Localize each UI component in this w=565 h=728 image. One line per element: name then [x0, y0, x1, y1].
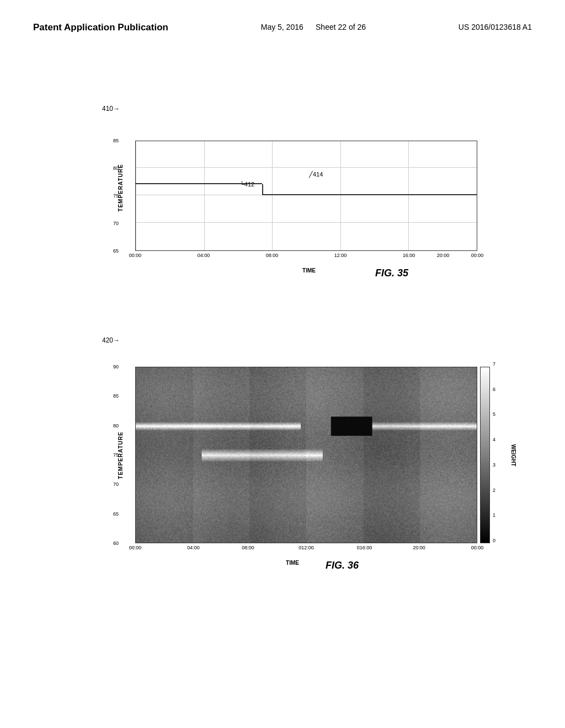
- grid-v-1: [204, 141, 205, 250]
- diagram-number-410: 410→: [102, 105, 120, 113]
- y-tick36-60: 60: [113, 540, 119, 546]
- cb-tick-6: 6: [493, 387, 495, 392]
- label-414: ╱414: [309, 171, 323, 178]
- fig35-container: 410→ CURRENT SETPOINT SCHEDULE FOR UPCOM…: [72, 110, 491, 292]
- x-axis-label-36: TIME: [286, 560, 299, 566]
- grid-h-80: [136, 167, 477, 168]
- sheet-label: Sheet 22 of 26: [316, 23, 366, 31]
- grid-v-5: [477, 141, 477, 250]
- y-tick36-85: 85: [113, 393, 119, 399]
- cb-tick-3: 3: [493, 462, 495, 468]
- cb-tick-0: 0: [493, 538, 495, 543]
- x-tick-1600: 16:00: [403, 253, 415, 258]
- diagram-number-420: 420→: [102, 336, 120, 344]
- x36-tick-0000b: 00:00: [471, 545, 484, 550]
- x-tick-2000: 20:00: [437, 253, 450, 258]
- x-tick-0400: 04:00: [198, 253, 210, 258]
- grid-v-4: [408, 141, 409, 250]
- x-axis-label-35: TIME: [302, 267, 316, 274]
- y-axis-label-35: TEMPERATURE: [118, 164, 124, 211]
- x36-tick-1600: 016:00: [357, 545, 372, 550]
- y-tick-75: 75: [113, 193, 119, 199]
- cb-tick-5: 5: [493, 411, 495, 417]
- header-left: Patent Application Publication: [33, 22, 168, 33]
- heatmap-canvas: [136, 367, 477, 543]
- page-header: Patent Application Publication May 5, 20…: [0, 0, 565, 44]
- x36-tick-1200: 012:00: [299, 545, 314, 550]
- cb-tick-7: 7: [493, 361, 495, 367]
- x36-tick-0000: 00:00: [129, 545, 142, 550]
- date-label: May 5, 2016: [261, 23, 303, 31]
- x36-tick-0800: 08:00: [242, 545, 254, 550]
- cb-tick-4: 4: [493, 437, 495, 442]
- y-tick-65: 65: [113, 248, 119, 254]
- grid-v-0: [136, 141, 136, 250]
- grid-v-3: [340, 141, 341, 250]
- chart35: CURRENT SETPOINT SCHEDULE FOR UPCOMING D…: [105, 132, 491, 276]
- x-tick-1200: 12:00: [334, 253, 347, 258]
- fig35-label: FIG. 35: [375, 267, 408, 279]
- x36-tick-0400: 04:00: [187, 545, 200, 550]
- patent-number: US 2016/0123618 A1: [459, 23, 532, 31]
- y-tick-70: 70: [113, 221, 119, 226]
- cb-tick-2: 2: [493, 488, 495, 493]
- publication-label: Patent Application Publication: [33, 22, 168, 33]
- x-tick-0800: 08:00: [266, 253, 279, 258]
- chart36: TEMPERATURE 90 85 80 75 70 65 60 7 6 5 4…: [105, 364, 513, 574]
- y-tick-80: 80: [113, 165, 119, 171]
- chart35-inner: [135, 141, 477, 251]
- y-tick36-90: 90: [113, 364, 119, 370]
- step-line-high: [262, 194, 477, 195]
- grid-h-70: [136, 222, 477, 223]
- cb-tick-1: 1: [493, 512, 495, 518]
- colorbar-canvas: [480, 367, 490, 543]
- fig36-container: 420→ TEMPERATURE 90 85 80 75 70 65 60 7 …: [72, 342, 513, 590]
- y-tick36-75: 75: [113, 452, 119, 458]
- chart36-heatmap: [135, 367, 477, 543]
- fig36-label: FIG. 36: [326, 560, 359, 571]
- y-tick36-65: 65: [113, 511, 119, 517]
- grid-v-2: [272, 141, 273, 250]
- header-right: US 2016/0123618 A1: [459, 22, 532, 32]
- x36-tick-2000: 20:00: [413, 545, 425, 550]
- y-tick-85: 85: [113, 138, 119, 143]
- y-tick36-80: 80: [113, 423, 119, 429]
- x-tick-0000: 00:00: [129, 253, 142, 258]
- label-412: └412: [240, 181, 254, 188]
- weight-label: WEIGHT: [510, 445, 516, 467]
- header-center: May 5, 2016 Sheet 22 of 26: [261, 22, 366, 32]
- y-tick36-70: 70: [113, 481, 119, 487]
- step-line-vert: [262, 184, 263, 195]
- x-tick-0000b: 00:00: [471, 253, 484, 258]
